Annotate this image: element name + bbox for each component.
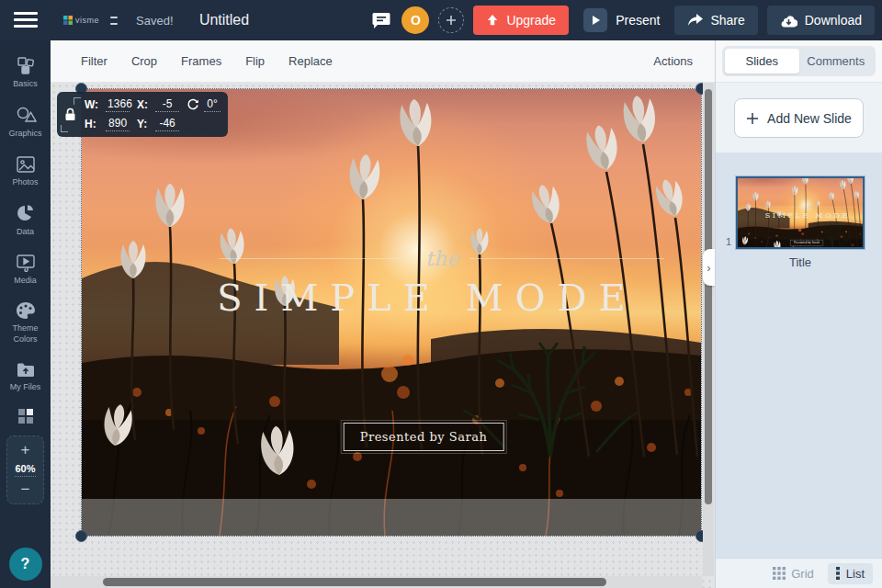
- vertical-scrollbar[interactable]: [703, 83, 714, 576]
- width-label: W:: [85, 98, 98, 111]
- video-icon: [16, 253, 36, 272]
- slides-list: 1: [716, 153, 882, 558]
- zoom-level[interactable]: 60%: [15, 463, 35, 477]
- sidebar-item-basics[interactable]: Basics: [0, 48, 51, 97]
- slide-list-item[interactable]: 1: [716, 176, 882, 249]
- sidebar-item-data[interactable]: Data: [0, 196, 51, 245]
- palette-icon: [16, 301, 36, 320]
- tab-slides[interactable]: Slides: [725, 49, 799, 74]
- shapes-icon: [15, 105, 37, 125]
- slide-accent-row: the: [220, 247, 664, 270]
- sidebar-item-my-files[interactable]: My Files: [0, 353, 51, 401]
- slide-title-text[interactable]: SIMPLE MODE: [738, 210, 863, 219]
- plus-icon: [746, 112, 759, 125]
- slide-number: 1: [722, 236, 731, 249]
- panel-expand-tab[interactable]: ›: [703, 249, 715, 286]
- toolbar-frames[interactable]: Frames: [169, 49, 233, 74]
- slide-title-text[interactable]: SIMPLE MODE: [82, 277, 701, 319]
- zoom-out-button[interactable]: −: [21, 483, 30, 496]
- play-icon: [583, 8, 607, 32]
- panel-footer: Grid List: [716, 558, 882, 588]
- upgrade-button[interactable]: Upgrade: [473, 6, 569, 35]
- plus-icon: [446, 15, 457, 26]
- grid-squares-icon: [16, 406, 36, 426]
- slide-scene: the SIMPLE MODE Presented by Sarah: [738, 176, 863, 249]
- actions-menu[interactable]: Actions: [644, 49, 702, 74]
- toolbar-flip[interactable]: Flip: [233, 49, 277, 74]
- x-value[interactable]: -5: [155, 97, 179, 112]
- grid-view-button[interactable]: Grid: [764, 563, 822, 584]
- sidebar-item-photos[interactable]: Photos: [0, 148, 51, 196]
- avatar[interactable]: O: [401, 6, 429, 34]
- grid-view-icon: [773, 567, 786, 580]
- sidebar-item-apps[interactable]: [0, 401, 51, 430]
- height-value[interactable]: 890: [106, 117, 130, 131]
- canvas-workspace[interactable]: the SIMPLE MODE Presented by Sarah: [51, 83, 715, 588]
- dimension-tooltip: W: 1366 X: -5 0° H: 890 Y: -46: [57, 92, 228, 137]
- document-title[interactable]: Untitled: [199, 12, 249, 28]
- pie-chart-icon: [16, 203, 36, 223]
- y-label: Y:: [137, 118, 148, 130]
- slide-subtitle-box[interactable]: Presented by Sarah: [790, 240, 822, 245]
- toolbar-replace[interactable]: Replace: [277, 49, 345, 74]
- logo-diamond-icon: [63, 16, 73, 25]
- accent-rule-right: [469, 258, 664, 259]
- x-label: X:: [137, 98, 148, 111]
- sidebar-item-theme-colors[interactable]: Theme Colors: [0, 294, 51, 353]
- present-button[interactable]: Present: [578, 6, 665, 35]
- rotate-icon: [187, 98, 199, 111]
- tab-comments[interactable]: Comments: [799, 49, 874, 74]
- add-collaborator-button[interactable]: [438, 7, 464, 33]
- image-icon: [16, 155, 36, 174]
- rotation-group[interactable]: 0°: [187, 97, 220, 112]
- toolbar-crop[interactable]: Crop: [119, 49, 169, 74]
- horizontal-scrollbar[interactable]: [51, 576, 702, 588]
- presentation-editor: visme Saved! Untitled O Upgrade Present: [0, 0, 882, 588]
- sidebar-item-graphics[interactable]: Graphics: [0, 97, 51, 147]
- selected-image[interactable]: the SIMPLE MODE Presented by Sarah: [82, 89, 701, 536]
- editor-center: Filter Crop Frames Flip Replace Actions: [51, 40, 715, 588]
- zoom-widget: + 60% −: [6, 435, 44, 504]
- help-button[interactable]: ?: [9, 548, 42, 581]
- slide-scene: the SIMPLE MODE Presented by Sarah: [82, 89, 701, 536]
- main-area: Basics Graphics Photos Data Media Theme …: [0, 40, 882, 588]
- horizontal-scrollbar-thumb[interactable]: [103, 578, 606, 586]
- logo-group: visme Saved!: [63, 14, 174, 28]
- height-label: H:: [85, 118, 98, 130]
- width-value[interactable]: 1366: [106, 97, 130, 112]
- rotation-value[interactable]: 0°: [204, 97, 220, 112]
- hamburger-menu-icon[interactable]: [0, 0, 51, 40]
- stepper-icon[interactable]: [110, 17, 118, 25]
- lock-aspect-icon[interactable]: [64, 99, 76, 130]
- vertical-scrollbar-thumb[interactable]: [705, 89, 712, 504]
- list-view-icon: [836, 567, 841, 581]
- logo-word: visme: [75, 16, 99, 25]
- slides-panel: Slides Comments Add New Slide 1: [715, 40, 882, 588]
- comment-icon[interactable]: [370, 9, 392, 31]
- download-button[interactable]: Download: [767, 6, 875, 35]
- list-view-button[interactable]: List: [828, 563, 873, 584]
- topbar-actions: O Upgrade Present Share Download: [370, 6, 875, 35]
- cloud-download-icon: [780, 14, 797, 28]
- slide-thumbnail[interactable]: the SIMPLE MODE Presented by Sarah: [736, 176, 865, 249]
- toolbar-filter[interactable]: Filter: [69, 49, 119, 74]
- sidebar: Basics Graphics Photos Data Media Theme …: [0, 40, 51, 588]
- slide-accent-text[interactable]: the: [807, 205, 813, 209]
- y-value[interactable]: -46: [155, 117, 179, 131]
- resize-handle-bottom-left[interactable]: [75, 530, 87, 542]
- image-toolbar: Filter Crop Frames Flip Replace Actions: [51, 40, 715, 83]
- share-icon: [687, 14, 703, 28]
- upgrade-arrow-icon: [486, 14, 499, 27]
- visme-logo[interactable]: visme: [63, 16, 99, 25]
- slide-accent-row: the: [765, 205, 855, 209]
- blocks-icon: [16, 55, 36, 75]
- add-new-slide-button[interactable]: Add New Slide: [734, 98, 864, 138]
- accent-rule-left: [220, 258, 414, 259]
- zoom-in-button[interactable]: +: [21, 444, 30, 457]
- saved-status: Saved!: [136, 14, 173, 28]
- slide-accent-text[interactable]: the: [425, 247, 458, 270]
- slide-subtitle-box[interactable]: Presented by Sarah: [344, 423, 504, 451]
- topbar: visme Saved! Untitled O Upgrade Present: [0, 0, 882, 40]
- sidebar-item-media[interactable]: Media: [0, 245, 51, 294]
- share-button[interactable]: Share: [674, 6, 757, 35]
